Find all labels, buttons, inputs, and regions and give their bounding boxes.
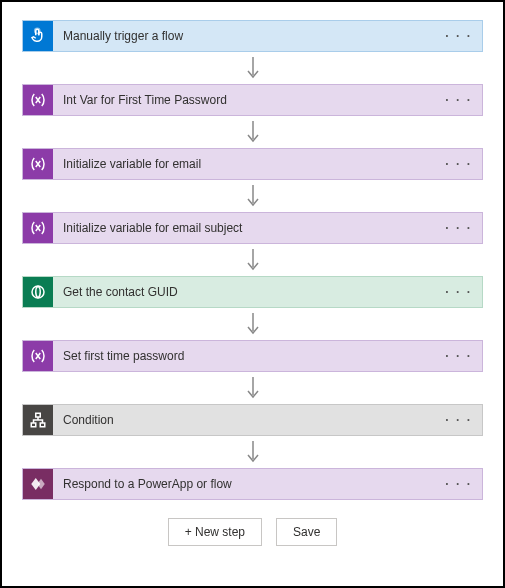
step-title: Get the contact GUID <box>53 285 435 299</box>
var-icon <box>23 85 53 115</box>
step-title: Manually trigger a flow <box>53 29 435 43</box>
flow-step[interactable]: Initialize variable for email· · · <box>22 148 483 180</box>
arrow-down-icon <box>243 436 263 468</box>
flow-step[interactable]: Condition· · · <box>22 404 483 436</box>
touch-icon <box>23 21 53 51</box>
cond-icon <box>23 405 53 435</box>
step-title: Set first time password <box>53 349 435 363</box>
var-icon <box>23 213 53 243</box>
ellipsis-icon[interactable]: · · · <box>435 29 482 43</box>
ellipsis-icon[interactable]: · · · <box>435 221 482 235</box>
svg-point-5 <box>32 286 44 298</box>
arrow-down-icon <box>243 116 263 148</box>
svg-rect-10 <box>40 423 45 427</box>
step-title: Int Var for First Time Password <box>53 93 435 107</box>
ellipsis-icon[interactable]: · · · <box>435 413 482 427</box>
arrow-down-icon <box>243 308 263 340</box>
pa-icon <box>23 469 53 499</box>
save-button[interactable]: Save <box>276 518 337 546</box>
arrow-down-icon <box>243 52 263 84</box>
var-icon <box>23 149 53 179</box>
ellipsis-icon[interactable]: · · · <box>435 285 482 299</box>
flow-canvas: Manually trigger a flow· · ·Int Var for … <box>22 20 483 500</box>
flow-step[interactable]: Respond to a PowerApp or flow· · · <box>22 468 483 500</box>
ellipsis-icon[interactable]: · · · <box>435 477 482 491</box>
cds-icon <box>23 277 53 307</box>
svg-rect-8 <box>36 413 41 417</box>
ellipsis-icon[interactable]: · · · <box>435 157 482 171</box>
flow-step[interactable]: Int Var for First Time Password· · · <box>22 84 483 116</box>
step-title: Initialize variable for email <box>53 157 435 171</box>
arrow-down-icon <box>243 244 263 276</box>
footer-actions: + New step Save <box>22 518 483 546</box>
flow-step[interactable]: Get the contact GUID· · · <box>22 276 483 308</box>
ellipsis-icon[interactable]: · · · <box>435 93 482 107</box>
svg-rect-9 <box>31 423 36 427</box>
arrow-down-icon <box>243 180 263 212</box>
new-step-button[interactable]: + New step <box>168 518 262 546</box>
arrow-down-icon <box>243 372 263 404</box>
step-title: Respond to a PowerApp or flow <box>53 477 435 491</box>
flow-step[interactable]: Initialize variable for email subject· ·… <box>22 212 483 244</box>
step-title: Initialize variable for email subject <box>53 221 435 235</box>
step-title: Condition <box>53 413 435 427</box>
var-icon <box>23 341 53 371</box>
flow-step[interactable]: Manually trigger a flow· · · <box>22 20 483 52</box>
ellipsis-icon[interactable]: · · · <box>435 349 482 363</box>
flow-step[interactable]: Set first time password· · · <box>22 340 483 372</box>
